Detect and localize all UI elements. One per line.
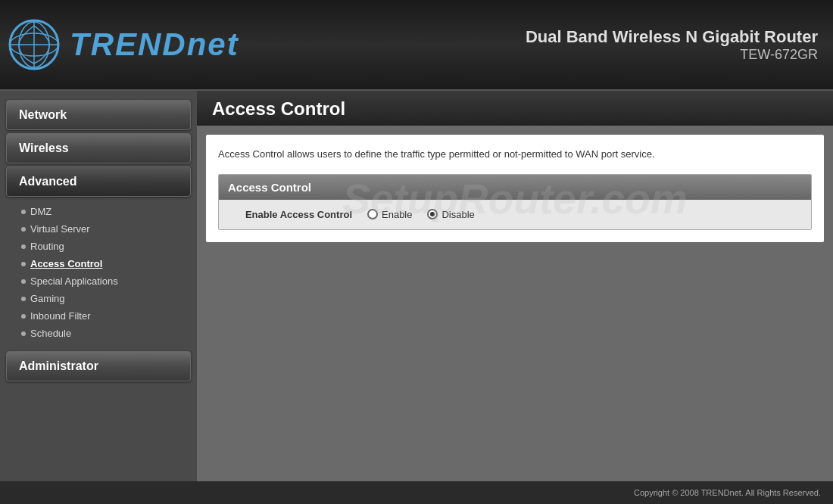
radio-disable-option[interactable]: Disable	[427, 209, 474, 220]
sidebar-item-routing[interactable]: Routing	[15, 238, 197, 255]
access-control-box-header: Access Control	[219, 175, 811, 200]
main-layout: Network Wireless Advanced DMZ Virtual Se…	[0, 91, 833, 481]
trendnet-logo-icon	[8, 18, 61, 71]
bullet-icon	[21, 279, 26, 284]
page-title: Access Control	[212, 98, 345, 119]
sidebar: Network Wireless Advanced DMZ Virtual Se…	[0, 91, 197, 481]
sidebar-item-advanced[interactable]: Advanced	[6, 166, 191, 197]
product-model: TEW-672GR	[526, 47, 818, 63]
bullet-icon	[21, 314, 26, 319]
logo-trend: TREND	[70, 26, 187, 62]
advanced-sub-items: DMZ Virtual Server Routing Access Contro…	[0, 200, 197, 345]
bullet-icon	[21, 210, 26, 214]
logo-area: TRENDnet	[8, 18, 239, 71]
sidebar-item-gaming[interactable]: Gaming	[15, 290, 197, 307]
radio-disable-circle	[427, 209, 438, 219]
sidebar-item-network[interactable]: Network	[6, 100, 191, 130]
radio-enable-circle	[367, 209, 378, 219]
content-header: Access Control	[197, 91, 833, 126]
access-control-row: Enable Access Control Enable Disable	[219, 200, 811, 229]
bullet-icon	[21, 244, 26, 249]
sidebar-item-special-applications[interactable]: Special Applications	[15, 272, 197, 290]
enable-access-control-label: Enable Access Control	[231, 209, 352, 220]
access-control-box: Access Control Enable Access Control Ena…	[218, 174, 812, 230]
content-inner: Access Control allows users to define th…	[206, 135, 824, 242]
sidebar-item-inbound-filter[interactable]: Inbound Filter	[15, 307, 197, 325]
radio-enable-label: Enable	[382, 209, 412, 220]
sidebar-item-administrator[interactable]: Administrator	[6, 351, 191, 381]
bullet-icon	[21, 227, 26, 232]
bullet-icon	[21, 297, 26, 301]
footer: Copyright © 2008 TRENDnet. All Rights Re…	[0, 481, 833, 504]
sidebar-item-virtual-server[interactable]: Virtual Server	[15, 220, 197, 238]
bullet-icon	[21, 262, 26, 266]
product-title: Dual Band Wireless N Gigabit Router	[526, 27, 818, 47]
radio-disable-label: Disable	[441, 209, 474, 220]
copyright-text: Copyright © 2008 TRENDnet. All Rights Re…	[634, 488, 821, 497]
sidebar-item-schedule[interactable]: Schedule	[15, 325, 197, 342]
bullet-icon	[21, 331, 26, 336]
radio-enable-option[interactable]: Enable	[367, 209, 412, 220]
sidebar-item-access-control[interactable]: Access Control	[15, 255, 197, 272]
sidebar-item-dmz[interactable]: DMZ	[15, 203, 197, 220]
header: TRENDnet Dual Band Wireless N Gigabit Ro…	[0, 0, 833, 91]
radio-group: Enable Disable	[367, 209, 475, 220]
logo-net: net	[187, 26, 239, 62]
content-area: Access Control Access Control allows use…	[197, 91, 833, 481]
logo-text: TRENDnet	[70, 26, 239, 63]
description-text: Access Control allows users to define th…	[218, 147, 812, 162]
product-info: Dual Band Wireless N Gigabit Router TEW-…	[526, 27, 818, 63]
sidebar-item-wireless[interactable]: Wireless	[6, 133, 191, 163]
